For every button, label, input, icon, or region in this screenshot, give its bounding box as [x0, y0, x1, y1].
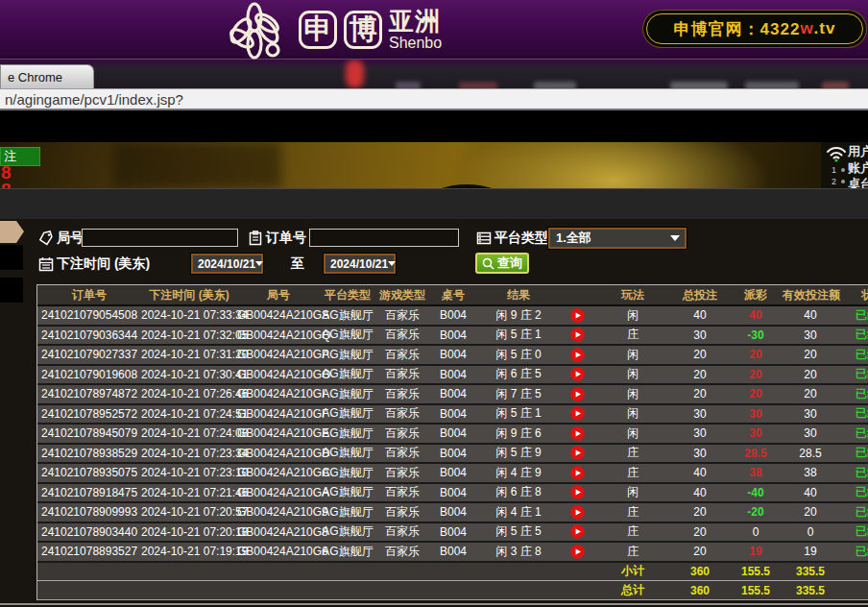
cell-bet-time: 2024-10-21 07:24:08 — [141, 424, 237, 444]
play-icon[interactable] — [570, 524, 585, 539]
platform-select[interactable]: 1.全部 — [548, 228, 687, 249]
cell-result: 闲 6 庄 8 — [477, 483, 560, 503]
play-icon[interactable] — [570, 466, 585, 480]
cell-payout: -40 — [729, 483, 783, 503]
cell-total-bet: 20 — [671, 365, 729, 385]
round-label: 局号 — [57, 230, 84, 247]
site-logo: 申 博 亚洲 Shenbo — [217, 0, 442, 60]
cell-round-id: GB00424A210GS — [237, 305, 320, 326]
side-label-user: 用户 — [848, 143, 868, 160]
play-icon[interactable] — [570, 505, 585, 520]
round-input[interactable] — [82, 229, 238, 247]
brand-subtitle: Shenbo — [389, 36, 442, 51]
play-icon[interactable] — [570, 308, 585, 323]
cell-game-type: 百家乐 — [375, 444, 429, 464]
cell-payout: 38 — [729, 463, 783, 483]
total-payout: 155.5 — [729, 581, 783, 600]
cell-table-no: B004 — [429, 483, 477, 503]
play-icon[interactable] — [570, 406, 585, 421]
collapse-handle[interactable] — [0, 221, 24, 243]
cell-status: 已结算 — [838, 502, 868, 522]
cell-order-id: 241021078909993 — [37, 502, 141, 522]
cell-total-bet: 20 — [671, 522, 729, 543]
search-button[interactable]: 查询 — [475, 253, 529, 274]
play-icon[interactable] — [570, 387, 585, 401]
cell-table-no: B004 — [429, 542, 477, 562]
date-to-select[interactable]: 2024/10/21 — [324, 254, 396, 274]
cell-play — [560, 305, 594, 326]
cell-round-id: GB00424A210GP — [237, 345, 320, 365]
panel-strip — [0, 188, 868, 219]
page-fragment — [822, 82, 849, 88]
cell-table-no: B004 — [429, 522, 477, 543]
tag-icon — [38, 231, 54, 246]
total-total-bet: 360 — [671, 581, 729, 600]
cell-wagertype: 庄 — [594, 444, 671, 464]
chevron-down-icon — [670, 235, 680, 241]
cell-round-id: GB00424A210GQ — [237, 326, 320, 346]
cell-bet-time: 2024-10-21 07:32:05 — [141, 326, 237, 346]
cell-round-id: GB00424A210G9 — [237, 502, 320, 522]
cell-wagertype: 闲 — [594, 345, 671, 365]
cell-valid-bet: 38 — [783, 463, 838, 483]
flower-icon — [217, 2, 292, 60]
cell-order-id: 241021078918475 — [37, 483, 141, 503]
play-icon[interactable] — [570, 446, 585, 460]
cell-result: 闲 4 庄 1 — [477, 502, 560, 522]
play-icon[interactable] — [570, 485, 585, 499]
game-side-panel: 1 2 用户 账户 桌台 — [821, 142, 868, 188]
cell-play — [560, 542, 594, 562]
cell-total-bet: 30 — [671, 424, 729, 444]
cell-payout: 19 — [729, 542, 783, 562]
cell-table-no: B004 — [429, 444, 477, 464]
official-site-banner[interactable]: 申博官网：4322w.tv — [646, 13, 863, 44]
address-bar[interactable]: n/agingame/pcv1/index.jsp? — [0, 88, 868, 110]
cell-round-id: GB00424A210GI — [237, 384, 320, 404]
col-header-play — [560, 285, 594, 305]
chevron-down-icon — [255, 261, 263, 266]
cell-round-id: GB00424A210GD — [237, 444, 320, 464]
cell-play — [560, 502, 594, 522]
cell-valid-bet: 30 — [783, 424, 838, 444]
col-header-game-type: 游戏类型 — [375, 285, 429, 305]
table-row: 2410210789450792024-10-21 07:24:08GB0042… — [37, 424, 868, 444]
date-from-select[interactable]: 2024/10/21 — [191, 254, 263, 274]
cell-status: 已结算 — [838, 404, 868, 425]
table-row: 2410210790545082024-10-21 07:33:34GB0042… — [37, 305, 868, 326]
cell-valid-bet: 0 — [783, 522, 838, 543]
cell-table-no: B004 — [429, 404, 477, 425]
bet-count: 8 — [1, 181, 12, 188]
cell-valid-bet: 20 — [783, 384, 838, 404]
order-input[interactable] — [309, 229, 459, 247]
side-label-account: 账户 — [848, 159, 868, 177]
cell-round-id: GB00424A210G8 — [237, 522, 320, 543]
table-row: 2410210790196082024-10-21 07:30:41GB0042… — [37, 365, 868, 385]
table-row: 2410210788935272024-10-21 07:19:19GB0042… — [37, 542, 868, 562]
cell-play — [560, 326, 594, 346]
cell-status: 已结算 — [838, 424, 868, 444]
cell-valid-bet: 20 — [783, 502, 838, 522]
cell-order-id: 241021079036344 — [37, 326, 141, 346]
calendar-icon — [38, 256, 54, 272]
page-fragment — [670, 82, 728, 88]
play-icon[interactable] — [570, 426, 585, 441]
cell-platform: AG旗舰厅 — [320, 305, 375, 326]
address-url: n/agingame/pcv1/index.jsp? — [5, 91, 183, 108]
play-icon[interactable] — [570, 367, 585, 381]
cell-platform: AG旗舰厅 — [320, 384, 375, 404]
browser-tab[interactable]: e Chrome — [0, 64, 94, 88]
table-row: 2410210789748722024-10-21 07:26:46GB0042… — [37, 384, 868, 404]
play-icon[interactable] — [570, 328, 585, 342]
table-row: 2410210789099932024-10-21 07:20:57GB0042… — [37, 502, 868, 522]
col-header-table-no: 桌号 — [429, 285, 477, 305]
play-icon[interactable] — [570, 545, 585, 559]
cell-total-bet: 30 — [671, 404, 729, 425]
cell-bet-time: 2024-10-21 07:20:57 — [141, 502, 237, 522]
cell-platform: AG旗舰厅 — [320, 326, 375, 346]
cell-wagertype: 闲 — [594, 365, 671, 385]
play-icon[interactable] — [570, 348, 585, 362]
cell-order-id: 241021079054508 — [37, 305, 141, 326]
cell-bet-time: 2024-10-21 07:23:10 — [141, 463, 237, 483]
cell-play — [560, 404, 594, 425]
cell-platform: AG旗舰厅 — [320, 522, 375, 543]
